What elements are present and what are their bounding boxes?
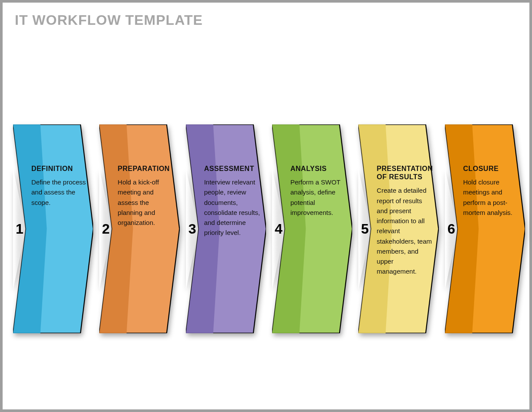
workflow-step: 1DEFINITIONDefine the process and assess…: [13, 124, 93, 333]
workflow-step: 6CLOSUREHold closure meetings and perfor…: [445, 124, 525, 333]
step-description: Interview relevant people, review docume…: [204, 177, 262, 238]
workflow-step: 5PRESENTATION OF RESULTSCreate a detaile…: [358, 124, 438, 333]
page-title: IT WORKFLOW TEMPLATE: [15, 12, 203, 28]
step-description: Define the process and assess the scope.: [31, 177, 89, 208]
chevron-shape: [272, 124, 352, 333]
step-number: 1: [16, 221, 24, 237]
step-content: PREPARATIONHold a kick-off meeting and a…: [118, 164, 175, 228]
step-content: DEFINITIONDefine the process and assess …: [31, 164, 89, 208]
step-content: ASSESSMENTInterview relevant people, rev…: [204, 164, 262, 238]
workflow-step: 3ASSESSMENTInterview relevant people, re…: [186, 124, 266, 333]
step-number: 6: [448, 221, 455, 237]
step-heading: PRESENTATION OF RESULTS: [377, 164, 434, 181]
step-description: Perform a SWOT analysis, define potentia…: [290, 177, 348, 218]
step-heading: PREPARATION: [118, 164, 175, 173]
step-description: Hold closure meetings and perform a post…: [463, 177, 521, 218]
workflow-step: 2PREPARATIONHold a kick-off meeting and …: [99, 124, 179, 333]
workflow-row: 1DEFINITIONDefine the process and assess…: [13, 124, 525, 333]
step-heading: DEFINITION: [31, 164, 89, 173]
diagram-canvas: IT WORKFLOW TEMPLATE 1DEFINITIONDefine t…: [3, 3, 529, 409]
step-content: ANALYSISPerform a SWOT analysis, define …: [290, 164, 348, 218]
step-heading: CLOSURE: [463, 164, 521, 173]
step-number: 3: [189, 221, 196, 237]
step-description: Create a detailed report of results and …: [377, 185, 434, 276]
step-description: Hold a kick-off meeting and assess the p…: [118, 177, 175, 228]
step-number: 4: [275, 221, 283, 237]
step-number: 2: [102, 221, 110, 237]
workflow-step: 4ANALYSISPerform a SWOT analysis, define…: [272, 124, 352, 333]
step-heading: ANALYSIS: [290, 164, 348, 173]
step-content: CLOSUREHold closure meetings and perform…: [463, 164, 521, 218]
chevron-shape: [13, 124, 93, 333]
chevron-shape: [445, 124, 525, 333]
step-content: PRESENTATION OF RESULTSCreate a detailed…: [377, 164, 434, 277]
step-number: 5: [361, 221, 369, 237]
step-heading: ASSESSMENT: [204, 164, 262, 173]
chevron-shape: [99, 124, 179, 333]
